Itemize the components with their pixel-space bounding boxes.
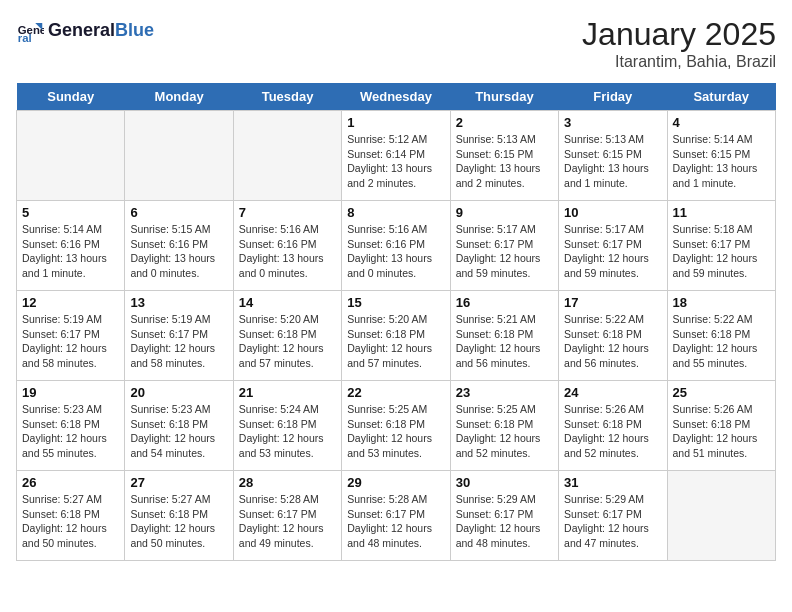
day-number: 29 bbox=[347, 475, 444, 490]
calendar-week-1: 1Sunrise: 5:12 AMSunset: 6:14 PMDaylight… bbox=[17, 111, 776, 201]
day-header-tuesday: Tuesday bbox=[233, 83, 341, 111]
cell-info: Sunrise: 5:13 AMSunset: 6:15 PMDaylight:… bbox=[456, 132, 553, 191]
cell-info: Sunrise: 5:17 AMSunset: 6:17 PMDaylight:… bbox=[564, 222, 661, 281]
calendar-cell: 29Sunrise: 5:28 AMSunset: 6:17 PMDayligh… bbox=[342, 471, 450, 561]
day-number: 7 bbox=[239, 205, 336, 220]
cell-info: Sunrise: 5:27 AMSunset: 6:18 PMDaylight:… bbox=[22, 492, 119, 551]
calendar-cell: 13Sunrise: 5:19 AMSunset: 6:17 PMDayligh… bbox=[125, 291, 233, 381]
cell-info: Sunrise: 5:16 AMSunset: 6:16 PMDaylight:… bbox=[347, 222, 444, 281]
calendar-week-3: 12Sunrise: 5:19 AMSunset: 6:17 PMDayligh… bbox=[17, 291, 776, 381]
calendar-cell: 16Sunrise: 5:21 AMSunset: 6:18 PMDayligh… bbox=[450, 291, 558, 381]
day-number: 18 bbox=[673, 295, 770, 310]
day-number: 30 bbox=[456, 475, 553, 490]
cell-info: Sunrise: 5:18 AMSunset: 6:17 PMDaylight:… bbox=[673, 222, 770, 281]
svg-text:ral: ral bbox=[18, 32, 32, 44]
day-number: 17 bbox=[564, 295, 661, 310]
day-header-saturday: Saturday bbox=[667, 83, 775, 111]
cell-info: Sunrise: 5:28 AMSunset: 6:17 PMDaylight:… bbox=[239, 492, 336, 551]
title-block: January 2025 Itarantim, Bahia, Brazil bbox=[582, 16, 776, 71]
cell-info: Sunrise: 5:16 AMSunset: 6:16 PMDaylight:… bbox=[239, 222, 336, 281]
day-number: 13 bbox=[130, 295, 227, 310]
calendar-cell: 10Sunrise: 5:17 AMSunset: 6:17 PMDayligh… bbox=[559, 201, 667, 291]
day-header-friday: Friday bbox=[559, 83, 667, 111]
calendar-cell: 21Sunrise: 5:24 AMSunset: 6:18 PMDayligh… bbox=[233, 381, 341, 471]
calendar-cell bbox=[125, 111, 233, 201]
calendar-cell: 9Sunrise: 5:17 AMSunset: 6:17 PMDaylight… bbox=[450, 201, 558, 291]
calendar-cell: 31Sunrise: 5:29 AMSunset: 6:17 PMDayligh… bbox=[559, 471, 667, 561]
cell-info: Sunrise: 5:12 AMSunset: 6:14 PMDaylight:… bbox=[347, 132, 444, 191]
day-number: 11 bbox=[673, 205, 770, 220]
logo-icon: Gene ral bbox=[16, 16, 44, 44]
day-number: 3 bbox=[564, 115, 661, 130]
calendar-cell: 14Sunrise: 5:20 AMSunset: 6:18 PMDayligh… bbox=[233, 291, 341, 381]
day-number: 6 bbox=[130, 205, 227, 220]
calendar-cell: 4Sunrise: 5:14 AMSunset: 6:15 PMDaylight… bbox=[667, 111, 775, 201]
day-number: 16 bbox=[456, 295, 553, 310]
cell-info: Sunrise: 5:15 AMSunset: 6:16 PMDaylight:… bbox=[130, 222, 227, 281]
day-number: 20 bbox=[130, 385, 227, 400]
calendar-cell: 7Sunrise: 5:16 AMSunset: 6:16 PMDaylight… bbox=[233, 201, 341, 291]
calendar-cell: 24Sunrise: 5:26 AMSunset: 6:18 PMDayligh… bbox=[559, 381, 667, 471]
calendar-cell: 27Sunrise: 5:27 AMSunset: 6:18 PMDayligh… bbox=[125, 471, 233, 561]
cell-info: Sunrise: 5:14 AMSunset: 6:16 PMDaylight:… bbox=[22, 222, 119, 281]
cell-info: Sunrise: 5:21 AMSunset: 6:18 PMDaylight:… bbox=[456, 312, 553, 371]
calendar-cell: 8Sunrise: 5:16 AMSunset: 6:16 PMDaylight… bbox=[342, 201, 450, 291]
logo-general: General bbox=[48, 20, 115, 41]
day-number: 23 bbox=[456, 385, 553, 400]
calendar-cell: 6Sunrise: 5:15 AMSunset: 6:16 PMDaylight… bbox=[125, 201, 233, 291]
cell-info: Sunrise: 5:25 AMSunset: 6:18 PMDaylight:… bbox=[347, 402, 444, 461]
cell-info: Sunrise: 5:25 AMSunset: 6:18 PMDaylight:… bbox=[456, 402, 553, 461]
day-number: 2 bbox=[456, 115, 553, 130]
day-number: 4 bbox=[673, 115, 770, 130]
cell-info: Sunrise: 5:23 AMSunset: 6:18 PMDaylight:… bbox=[130, 402, 227, 461]
calendar-title: January 2025 bbox=[582, 16, 776, 53]
calendar-cell: 5Sunrise: 5:14 AMSunset: 6:16 PMDaylight… bbox=[17, 201, 125, 291]
logo: Gene ral GeneralBlue bbox=[16, 16, 154, 44]
day-number: 9 bbox=[456, 205, 553, 220]
cell-info: Sunrise: 5:22 AMSunset: 6:18 PMDaylight:… bbox=[564, 312, 661, 371]
day-header-wednesday: Wednesday bbox=[342, 83, 450, 111]
calendar-cell: 2Sunrise: 5:13 AMSunset: 6:15 PMDaylight… bbox=[450, 111, 558, 201]
cell-info: Sunrise: 5:26 AMSunset: 6:18 PMDaylight:… bbox=[673, 402, 770, 461]
day-number: 15 bbox=[347, 295, 444, 310]
calendar-week-5: 26Sunrise: 5:27 AMSunset: 6:18 PMDayligh… bbox=[17, 471, 776, 561]
calendar-cell bbox=[667, 471, 775, 561]
day-header-monday: Monday bbox=[125, 83, 233, 111]
day-number: 22 bbox=[347, 385, 444, 400]
day-number: 27 bbox=[130, 475, 227, 490]
cell-info: Sunrise: 5:14 AMSunset: 6:15 PMDaylight:… bbox=[673, 132, 770, 191]
day-number: 5 bbox=[22, 205, 119, 220]
day-header-thursday: Thursday bbox=[450, 83, 558, 111]
day-number: 21 bbox=[239, 385, 336, 400]
calendar-cell: 12Sunrise: 5:19 AMSunset: 6:17 PMDayligh… bbox=[17, 291, 125, 381]
day-number: 19 bbox=[22, 385, 119, 400]
cell-info: Sunrise: 5:20 AMSunset: 6:18 PMDaylight:… bbox=[347, 312, 444, 371]
calendar-cell bbox=[17, 111, 125, 201]
day-number: 12 bbox=[22, 295, 119, 310]
calendar-header-row: SundayMondayTuesdayWednesdayThursdayFrid… bbox=[17, 83, 776, 111]
cell-info: Sunrise: 5:24 AMSunset: 6:18 PMDaylight:… bbox=[239, 402, 336, 461]
cell-info: Sunrise: 5:20 AMSunset: 6:18 PMDaylight:… bbox=[239, 312, 336, 371]
day-number: 1 bbox=[347, 115, 444, 130]
day-number: 10 bbox=[564, 205, 661, 220]
calendar-cell: 1Sunrise: 5:12 AMSunset: 6:14 PMDaylight… bbox=[342, 111, 450, 201]
day-number: 26 bbox=[22, 475, 119, 490]
cell-info: Sunrise: 5:29 AMSunset: 6:17 PMDaylight:… bbox=[456, 492, 553, 551]
cell-info: Sunrise: 5:27 AMSunset: 6:18 PMDaylight:… bbox=[130, 492, 227, 551]
cell-info: Sunrise: 5:28 AMSunset: 6:17 PMDaylight:… bbox=[347, 492, 444, 551]
cell-info: Sunrise: 5:23 AMSunset: 6:18 PMDaylight:… bbox=[22, 402, 119, 461]
cell-info: Sunrise: 5:17 AMSunset: 6:17 PMDaylight:… bbox=[456, 222, 553, 281]
day-number: 14 bbox=[239, 295, 336, 310]
calendar-cell: 23Sunrise: 5:25 AMSunset: 6:18 PMDayligh… bbox=[450, 381, 558, 471]
day-number: 28 bbox=[239, 475, 336, 490]
calendar-cell: 30Sunrise: 5:29 AMSunset: 6:17 PMDayligh… bbox=[450, 471, 558, 561]
calendar-week-2: 5Sunrise: 5:14 AMSunset: 6:16 PMDaylight… bbox=[17, 201, 776, 291]
calendar-cell: 19Sunrise: 5:23 AMSunset: 6:18 PMDayligh… bbox=[17, 381, 125, 471]
cell-info: Sunrise: 5:19 AMSunset: 6:17 PMDaylight:… bbox=[22, 312, 119, 371]
cell-info: Sunrise: 5:19 AMSunset: 6:17 PMDaylight:… bbox=[130, 312, 227, 371]
calendar-cell: 3Sunrise: 5:13 AMSunset: 6:15 PMDaylight… bbox=[559, 111, 667, 201]
cell-info: Sunrise: 5:29 AMSunset: 6:17 PMDaylight:… bbox=[564, 492, 661, 551]
cell-info: Sunrise: 5:13 AMSunset: 6:15 PMDaylight:… bbox=[564, 132, 661, 191]
calendar-cell: 20Sunrise: 5:23 AMSunset: 6:18 PMDayligh… bbox=[125, 381, 233, 471]
calendar-subtitle: Itarantim, Bahia, Brazil bbox=[582, 53, 776, 71]
